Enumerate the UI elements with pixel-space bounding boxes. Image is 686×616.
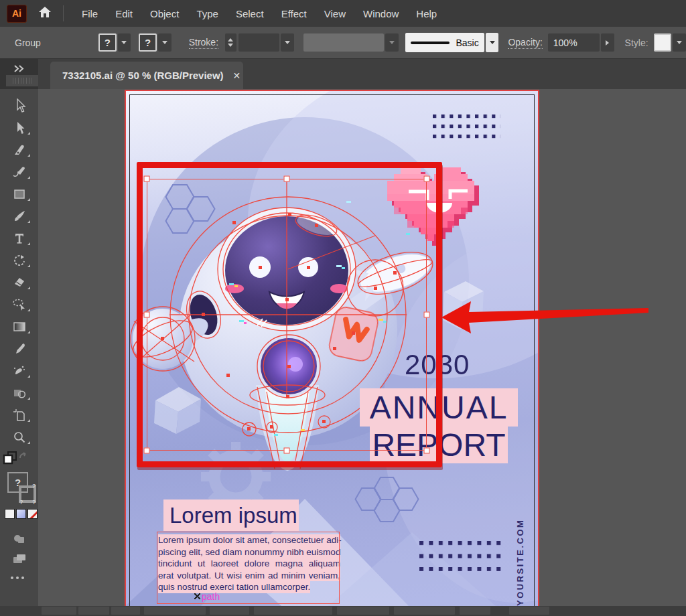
taskbar-segment[interactable] [394, 607, 455, 615]
shape-builder-tool-icon [12, 386, 27, 400]
default-fill-stroke[interactable] [0, 450, 38, 469]
taskbar-segment[interactable] [460, 607, 490, 615]
poster-heading: Lorem ipsum [163, 499, 299, 531]
taskbar-segment[interactable] [78, 607, 109, 615]
style-dropdown[interactable] [673, 33, 686, 52]
chevron-right-icon [606, 40, 609, 46]
menu-window[interactable]: Window [354, 0, 407, 27]
annotation-rectangle [137, 162, 442, 467]
stroke-question-mark: ? [19, 499, 23, 506]
brush-definition-chevron[interactable] [486, 33, 499, 52]
style-swatch[interactable] [654, 33, 672, 52]
width-profile-dropdown [303, 33, 384, 52]
gradient-mode-swatch[interactable] [16, 509, 26, 519]
chevron-down-icon [121, 41, 127, 44]
drawing-mode-icon [12, 532, 27, 546]
width-profile-chevron [385, 33, 399, 52]
taskbar-segment[interactable] [42, 607, 76, 615]
shape-builder-tool[interactable] [0, 382, 38, 404]
smart-guide-label: path [202, 591, 220, 602]
dot-grid-bottom [419, 541, 502, 571]
color-mode-swatch[interactable] [5, 509, 15, 519]
edit-toolbar-button[interactable] [11, 576, 24, 579]
chevron-down-icon [389, 41, 395, 44]
taskbar-segment[interactable] [111, 607, 140, 615]
eyedropper-tool[interactable] [0, 337, 38, 360]
lasso-tool-icon [12, 298, 27, 311]
opacity-field[interactable]: 100% [548, 33, 600, 52]
artboard-border-left [129, 94, 130, 606]
screen-mode-button[interactable] [0, 548, 38, 570]
gradient-tool[interactable] [0, 315, 38, 337]
chevron-down-icon [162, 41, 167, 44]
illustrator-app-icon[interactable]: Ai [7, 5, 27, 23]
drawing-mode-button[interactable] [0, 528, 38, 550]
stroke-preview-icon [411, 42, 450, 44]
taskbar-segment[interactable] [254, 607, 332, 615]
zoom-tool[interactable] [0, 426, 38, 448]
chevron-down-icon [285, 41, 290, 44]
menu-select[interactable]: Select [227, 0, 273, 27]
eyedropper-tool-icon [13, 342, 26, 356]
menu-view[interactable]: View [316, 0, 354, 27]
curvature-tool[interactable] [0, 161, 38, 183]
tab-close-icon[interactable]: ✕ [233, 70, 241, 81]
paintbrush-tool[interactable] [0, 205, 38, 227]
rotate-tool[interactable] [0, 249, 38, 271]
pen-tool[interactable] [0, 139, 38, 161]
stroke-color-dropdown[interactable] [158, 33, 172, 52]
chevron-down-icon [490, 41, 495, 44]
lasso-tool[interactable] [0, 293, 38, 315]
menu-edit[interactable]: Edit [107, 0, 141, 27]
chevron-down-icon [677, 41, 682, 44]
stroke-label[interactable]: Stroke: [189, 37, 218, 49]
gradient-tool-icon [12, 320, 27, 333]
cursor-mark [194, 593, 200, 599]
stroke-weight-dropdown[interactable] [281, 33, 294, 52]
stroke-weight-field[interactable] [238, 33, 279, 52]
brush-definition-value: Basic [456, 37, 479, 48]
artboard-tool-icon [13, 408, 26, 422]
fill-color-dropdown[interactable] [118, 33, 131, 52]
direct-selection-tool[interactable] [0, 117, 38, 139]
brush-definition-dropdown[interactable]: Basic [405, 33, 484, 52]
zoom-tool-icon [13, 431, 26, 444]
collapse-panel-icon[interactable] [13, 63, 25, 75]
menu-type[interactable]: Type [188, 0, 227, 27]
taskbar-segment[interactable] [210, 607, 249, 615]
opacity-expand-button[interactable] [601, 33, 614, 52]
type-tool[interactable] [0, 227, 38, 249]
toolbar-grip[interactable] [6, 75, 38, 86]
document-tab[interactable]: 7332105.ai @ 50 % (RGB/Preview) ✕ [50, 62, 243, 89]
stroke-weight-stepper[interactable] [225, 33, 236, 52]
fill-color-swatch[interactable]: ? [98, 33, 117, 52]
artboard-border-top [129, 94, 535, 95]
menu-help[interactable]: Help [407, 0, 445, 27]
text-frame-outline [157, 532, 340, 604]
taskbar-segment[interactable] [509, 607, 549, 615]
type-tool-icon [13, 232, 26, 245]
blob-brush-tool[interactable] [0, 360, 38, 382]
eraser-tool[interactable] [0, 271, 38, 293]
illustrator-window: Ai File Edit Object Type Select Effect V… [0, 0, 686, 616]
menu-separator [63, 5, 64, 21]
annotation-arrow [435, 293, 686, 340]
taskbar-segment[interactable] [337, 607, 389, 615]
eraser-tool-icon [13, 276, 26, 289]
none-mode-swatch[interactable] [27, 509, 38, 519]
home-button[interactable] [38, 5, 52, 21]
artboard-tool[interactable] [0, 404, 38, 426]
style-label: Style: [625, 37, 648, 48]
selection-tool[interactable] [0, 94, 38, 117]
curvature-tool-icon [12, 165, 27, 179]
bottom-bar [0, 606, 686, 616]
taskbar-segment[interactable] [144, 607, 206, 615]
menu-object[interactable]: Object [141, 0, 188, 27]
rectangle-tool[interactable] [0, 183, 38, 205]
menu-effect[interactable]: Effect [273, 0, 316, 27]
selection-tool-icon [13, 98, 26, 113]
stroke-color-swatch[interactable]: ? [139, 33, 157, 52]
menu-file[interactable]: File [73, 0, 107, 27]
rotate-tool-icon [13, 254, 26, 267]
opacity-label[interactable]: Opacity: [508, 37, 542, 49]
